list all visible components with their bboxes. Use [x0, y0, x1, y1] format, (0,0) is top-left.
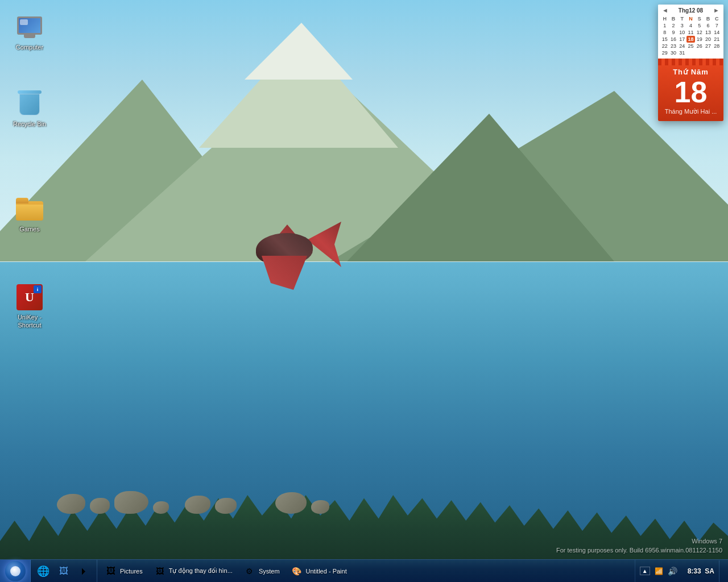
clock-area[interactable]: 8:33 SA [683, 566, 719, 576]
cal-day[interactable]: 7 [713, 22, 721, 29]
mountain-far-right [347, 114, 614, 261]
monitor-screen [17, 16, 42, 35]
cal-week-2: 8 9 10 11 12 13 14 [660, 29, 721, 36]
unikey-icon-label: UniKey - Shortcut [9, 313, 50, 330]
rock-3 [114, 491, 148, 514]
cal-day[interactable]: 8 [660, 29, 669, 36]
taskbar-item-auto-change[interactable]: 🖼 Tự động thay đổi hìn... [150, 560, 237, 582]
cal-day[interactable]: 1 [660, 22, 669, 29]
calendar-mini-header: ◄ Thg12 08 ► [660, 7, 721, 14]
desktop-icon-unikey[interactable]: U i UniKey - Shortcut [7, 281, 52, 332]
cal-day[interactable]: 10 [678, 29, 686, 36]
cal-day[interactable]: 11 [686, 29, 695, 36]
cal-day[interactable]: 24 [678, 43, 686, 49]
cal-day[interactable]: 29 [660, 49, 669, 56]
cal-day[interactable]: 26 [695, 43, 704, 49]
quick-launch-pictures[interactable]: 🖼 [55, 562, 73, 580]
calendar-day-number: 18 [664, 77, 718, 107]
cal-day[interactable]: 5 [695, 22, 704, 29]
cal-day[interactable]: 19 [695, 36, 704, 43]
taskbar-item-pictures[interactable]: 🖼 Pictures [101, 560, 147, 582]
cal-day[interactable]: 9 [669, 29, 677, 36]
cal-day[interactable]: 3 [678, 22, 686, 29]
cal-day[interactable]: 6 [704, 22, 712, 29]
desktop-icon-games[interactable]: Games [7, 193, 52, 235]
cal-header-t: T [678, 15, 686, 22]
betta-fish [216, 222, 330, 313]
show-desktop-button[interactable] [719, 560, 723, 582]
taskbar-paint-label: Untitled - Paint [306, 568, 347, 575]
quick-launch-ie[interactable]: 🌐 [34, 562, 52, 580]
taskbar-running-apps: 🖼 Pictures 🖼 Tự động thay đổi hìn... ⚙ S… [97, 560, 635, 582]
cal-day[interactable]: 14 [713, 29, 721, 36]
quick-launch-media[interactable]: ⏵ [75, 562, 93, 580]
unikey-shape: U i [16, 284, 43, 310]
cal-header-h: H [660, 15, 669, 22]
mountains-background [0, 45, 728, 261]
cal-day[interactable]: 31 [678, 49, 686, 56]
calendar-month-name: Tháng Mười Hai ... [664, 108, 718, 115]
taskbar-system-icon: ⚙ [244, 566, 255, 577]
cal-day[interactable]: 22 [660, 43, 669, 49]
cal-day[interactable]: 28 [713, 43, 721, 49]
quick-launch-area: 🌐 🖼 ⏵ [31, 560, 97, 582]
computer-icon-image [16, 14, 43, 41]
recycle-bin-icon-image [16, 90, 43, 118]
cal-day[interactable]: 23 [669, 43, 677, 49]
cal-day[interactable]: 12 [695, 29, 704, 36]
cal-day[interactable]: 4 [686, 22, 695, 29]
taskbar-paint-icon: 🎨 [291, 566, 303, 577]
monitor-stand [24, 35, 35, 38]
cal-week-3: 15 16 17 18 19 20 21 [660, 36, 721, 43]
start-button[interactable] [0, 560, 31, 583]
start-orb [5, 561, 26, 581]
cal-today[interactable]: 18 [686, 36, 695, 43]
tray-expand-button[interactable]: ▲ [640, 567, 650, 575]
cal-day[interactable]: 13 [704, 29, 712, 36]
desktop-icon-recycle-bin[interactable]: Recycle Bin [7, 88, 52, 130]
cal-day [695, 49, 704, 56]
rock-8 [311, 500, 329, 514]
calendar-next-button[interactable]: ► [712, 7, 721, 14]
cal-day[interactable]: 17 [678, 36, 686, 43]
rock-6 [215, 498, 237, 514]
build-info-details: For testing purposes only. Build 6956.wi… [556, 546, 722, 555]
cal-header-b1: B [669, 15, 677, 22]
volume-tray-icon[interactable]: 🔊 [667, 566, 679, 577]
folder-front [16, 205, 43, 221]
rock-4 [153, 501, 169, 514]
rock-1 [57, 494, 85, 514]
clock-ampm: SA [705, 567, 714, 575]
cal-day[interactable]: 16 [669, 36, 677, 43]
cal-day[interactable]: 15 [660, 36, 669, 43]
taskbar-auto-change-label: Tự động thay đổi hìn... [169, 567, 233, 575]
calendar-mini: ◄ Thg12 08 ► H B T N S B C [658, 5, 723, 59]
cal-day[interactable]: 30 [669, 49, 677, 56]
cal-day[interactable]: 20 [704, 36, 712, 43]
rock-5 [185, 496, 210, 514]
cal-day[interactable]: 2 [669, 22, 677, 29]
desktop-icon-computer[interactable]: Computer [7, 11, 52, 53]
taskbar-item-system[interactable]: ⚙ System [239, 560, 284, 582]
taskbar-pictures-icon: 🖼 [105, 566, 117, 577]
cal-day[interactable]: 21 [713, 36, 721, 43]
calendar-prev-button[interactable]: ◄ [660, 7, 670, 14]
cal-day [704, 49, 712, 56]
tray-icons-area: 📶 🔊 [653, 566, 679, 577]
rock-2 [90, 498, 110, 514]
fish-fin-bottom [262, 256, 307, 290]
cal-day[interactable]: 25 [686, 43, 695, 49]
cal-header-b2: B [704, 15, 712, 22]
taskbar: 🌐 🖼 ⏵ 🖼 Pictures 🖼 Tự động thay đổi hìn.… [0, 559, 728, 582]
calendar-large-date: Thứ Năm 18 Tháng Mười Hai ... [658, 59, 723, 121]
unikey-badge: i [34, 285, 42, 293]
cal-day [713, 49, 721, 56]
unikey-icon-image: U i [16, 284, 43, 311]
cal-day[interactable]: 27 [704, 43, 712, 49]
network-tray-icon[interactable]: 📶 [653, 566, 664, 576]
taskbar-pictures-label: Pictures [120, 568, 143, 575]
build-info-windows: Windows 7 [556, 537, 722, 546]
cal-week-4: 22 23 24 25 26 27 28 [660, 43, 721, 49]
taskbar-item-paint[interactable]: 🎨 Untitled - Paint [287, 560, 351, 582]
monitor-shape [17, 16, 42, 38]
